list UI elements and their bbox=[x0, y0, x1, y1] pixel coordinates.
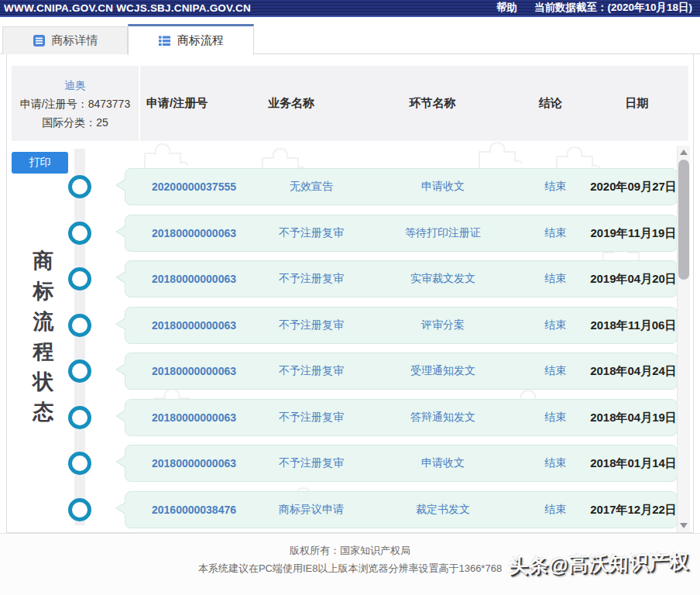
row-reg-no[interactable]: 20180000000063 bbox=[125, 319, 257, 332]
help-link[interactable]: 帮助 bbox=[496, 1, 517, 15]
row-conclusion: 结束 bbox=[520, 272, 590, 286]
row-reg-no[interactable]: 20180000000063 bbox=[125, 457, 257, 469]
row-reg-no[interactable]: 20160000038476 bbox=[125, 504, 257, 516]
scroll-down-arrow-icon[interactable] bbox=[680, 523, 688, 528]
row-business-name: 不予注册复审 bbox=[257, 272, 365, 286]
trademark-info-box: 迪奥 申请/注册号：8473773 国际分类：25 bbox=[12, 66, 139, 141]
row-business-name: 无效宣告 bbox=[257, 180, 365, 194]
trademark-name-link[interactable]: 迪奥 bbox=[64, 77, 86, 93]
row-date: 2018年04月19日 bbox=[590, 411, 677, 425]
row-conclusion: 结束 bbox=[520, 364, 590, 378]
row-step-name: 裁定书发文 bbox=[365, 503, 520, 517]
timeline-node-icon bbox=[68, 498, 91, 521]
row-business-name: 不予注册复审 bbox=[257, 411, 365, 425]
row-step-name: 答辩通知发文 bbox=[365, 411, 520, 425]
row-step-name: 等待打印注册证 bbox=[365, 226, 520, 240]
row-step-name: 受理通知发文 bbox=[365, 364, 520, 378]
flow-panel: 迪奥 申请/注册号：8473773 国际分类：25 申请/注册号业务名称环节名称… bbox=[6, 54, 694, 533]
row-conclusion: 结束 bbox=[520, 411, 590, 425]
table-row: 20180000000063不予注册复审答辩通知发文结束2018年04月19日 bbox=[125, 399, 678, 436]
timeline-node-icon bbox=[68, 267, 91, 291]
row-business-name: 商标异议申请 bbox=[257, 503, 365, 517]
column-header: 结论 bbox=[516, 96, 585, 111]
scrollbar-thumb[interactable] bbox=[678, 160, 689, 280]
scroll-up-arrow-icon[interactable] bbox=[680, 150, 688, 155]
row-business-name: 不予注册复审 bbox=[257, 226, 365, 240]
column-header: 环节名称 bbox=[349, 96, 516, 111]
row-step-name: 评审分案 bbox=[365, 318, 520, 332]
row-reg-no[interactable]: 20200000037555 bbox=[125, 181, 257, 193]
tab-label: 商标详情 bbox=[52, 33, 98, 48]
row-conclusion: 结束 bbox=[520, 503, 590, 517]
row-conclusion: 结束 bbox=[520, 318, 590, 332]
print-button[interactable]: 打印 bbox=[12, 152, 68, 174]
row-step-name: 实审裁文发文 bbox=[365, 272, 520, 286]
table-row: 20180000000063不予注册复审实审裁文发文结束2019年04月20日 bbox=[125, 260, 678, 298]
column-header: 日期 bbox=[585, 96, 688, 111]
row-business-name: 不予注册复审 bbox=[257, 318, 365, 332]
row-business-name: 不予注册复审 bbox=[257, 364, 365, 378]
site-url: WWW.CNIPA.GOV.CN WCJS.SBJ.CNIPA.GOV.CN bbox=[4, 2, 251, 14]
row-conclusion: 结束 bbox=[520, 456, 590, 470]
table-row: 20180000000063不予注册复审申请收文结束2018年01月14日 bbox=[125, 445, 678, 482]
page-footer: 版权所有：国家知识产权局 本系统建议在PC端使用IE8以上版本浏览器分辨率设置高… bbox=[0, 533, 700, 595]
tab-trademark-flow[interactable]: 商标流程 bbox=[128, 24, 254, 55]
timeline-node-icon bbox=[68, 359, 91, 383]
top-bar: WWW.CNIPA.GOV.CN WCJS.SBJ.CNIPA.GOV.CN 帮… bbox=[0, 0, 700, 17]
tab-label: 商标流程 bbox=[177, 33, 224, 48]
tab-trademark-details[interactable]: 商标详情 bbox=[2, 26, 128, 54]
row-step-name: 申请收文 bbox=[365, 180, 520, 194]
row-reg-no[interactable]: 20180000000063 bbox=[125, 365, 257, 377]
table-row: 20180000000063不予注册复审受理通知发文结束2018年04月24日 bbox=[125, 353, 678, 390]
timeline-node-icon bbox=[68, 406, 91, 429]
row-reg-no[interactable]: 20180000000063 bbox=[125, 411, 257, 424]
row-reg-no[interactable]: 20180000000063 bbox=[125, 273, 257, 285]
row-business-name: 不予注册复审 bbox=[257, 456, 365, 470]
row-conclusion: 结束 bbox=[520, 180, 590, 194]
trademark-intl-class: 国际分类：25 bbox=[42, 115, 108, 130]
timeline-node-icon bbox=[68, 222, 91, 245]
document-icon bbox=[33, 34, 46, 47]
row-conclusion: 结束 bbox=[520, 226, 590, 240]
table-header: 申请/注册号业务名称环节名称结论日期 bbox=[140, 66, 688, 141]
trademark-reg-no: 申请/注册号：8473773 bbox=[20, 96, 130, 112]
timeline-node-icon bbox=[68, 314, 91, 337]
row-step-name: 申请收文 bbox=[365, 456, 520, 470]
row-date: 2018年01月14日 bbox=[590, 456, 677, 471]
row-date: 2018年04月24日 bbox=[590, 364, 677, 379]
table-row: 20200000037555无效宣告申请收文结束2020年09月27日 bbox=[125, 168, 678, 205]
row-date: 2020年09月27日 bbox=[590, 180, 677, 194]
timeline-node-icon bbox=[68, 452, 91, 475]
row-date: 2017年12月22日 bbox=[590, 503, 677, 518]
row-date: 2018年11月06日 bbox=[590, 318, 677, 333]
data-cutoff-label: 当前数据截至：(2020年10月18日) bbox=[534, 1, 692, 15]
table-row: 20180000000063不予注册复审等待打印注册证结束2019年11月19日 bbox=[125, 215, 678, 252]
row-reg-no[interactable]: 20180000000063 bbox=[125, 227, 257, 239]
column-header: 申请/注册号 bbox=[140, 96, 233, 111]
table-row: 20160000038476商标异议申请裁定书发文结束2017年12月22日 bbox=[125, 491, 678, 528]
row-date: 2019年11月19日 bbox=[590, 226, 677, 241]
column-header: 业务名称 bbox=[233, 96, 349, 111]
toutiao-watermark: 头条@高沃知识产权 bbox=[508, 549, 689, 579]
table-row: 20180000000063不予注册复审评审分案结束2018年11月06日 bbox=[125, 307, 678, 344]
vertical-scrollbar[interactable] bbox=[677, 146, 690, 532]
vertical-title: 商标流程状态 bbox=[30, 246, 57, 428]
row-date: 2019年04月20日 bbox=[590, 272, 677, 287]
list-icon bbox=[158, 34, 171, 47]
tab-strip: 商标详情 商标流程 bbox=[0, 23, 700, 54]
timeline-node-icon bbox=[68, 175, 91, 198]
